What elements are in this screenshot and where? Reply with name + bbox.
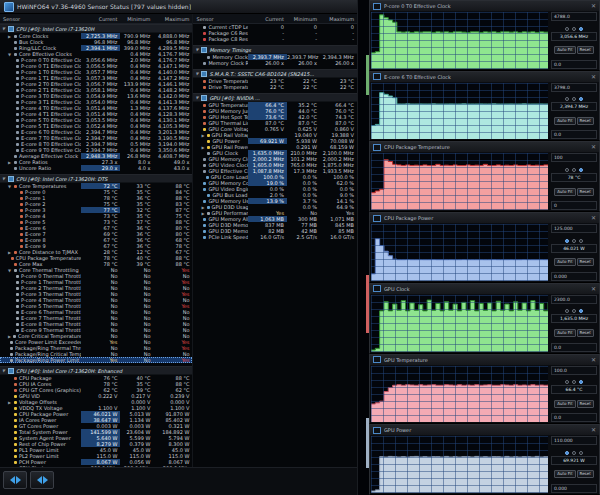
expander-icon[interactable]: ▼: [8, 52, 12, 57]
close-icon[interactable]: ✕: [591, 427, 596, 433]
scale-radio[interactable]: [579, 239, 583, 243]
group-header-row[interactable]: ▼GPU [#0]: NVIDIA ...: [193, 93, 357, 102]
power-icon: [14, 401, 17, 404]
graph-title-bar[interactable]: GPU Clock✕: [370, 284, 599, 294]
collapse-arrow-icon[interactable]: ▼: [195, 71, 199, 76]
scale-radio[interactable]: [572, 97, 576, 101]
reset-button[interactable]: Reset: [577, 400, 594, 408]
group-header-row[interactable]: ▼CPU [#0]: Intel Core i7-13620H: DTS: [0, 174, 192, 183]
close-icon[interactable]: ✕: [591, 286, 596, 292]
expander-icon[interactable]: ▼: [8, 184, 12, 189]
auto-fit-button[interactable]: Auto Fit: [554, 188, 575, 196]
column-header-maximum[interactable]: Maximum: [153, 16, 192, 22]
scale-radio[interactable]: [579, 27, 583, 31]
reset-button[interactable]: Reset: [577, 46, 594, 54]
sensor-row[interactable]: Package C8 Residency---: [193, 36, 357, 42]
auto-fit-button[interactable]: Auto Fit: [554, 258, 575, 266]
scale-radio[interactable]: [565, 309, 569, 313]
column-header-current[interactable]: Current: [81, 16, 120, 22]
graph-title-bar[interactable]: GPU Power✕: [370, 425, 599, 435]
expander-icon[interactable]: ▶: [8, 34, 12, 39]
scale-radio[interactable]: [565, 168, 569, 172]
close-icon[interactable]: ✕: [591, 357, 596, 363]
graph-monitor-icon: [373, 285, 381, 292]
collapse-arrow-icon[interactable]: ▼: [2, 176, 6, 181]
group-label: GPU [#0]: NVIDIA ...: [209, 95, 259, 101]
scale-radio[interactable]: [572, 239, 576, 243]
graph-title-bar[interactable]: E-core 6 T0 Effective Clock✕: [370, 72, 599, 82]
expander-icon[interactable]: ▶: [8, 400, 12, 405]
column-header-minimum[interactable]: Minimum: [287, 16, 320, 22]
scale-radio[interactable]: [579, 309, 583, 313]
sensor-row[interactable]: Uncore Ratio29.0 x4.0 x43.0 x: [0, 165, 192, 171]
graph-title-bar[interactable]: P-core 0 T0 Effective Clock✕: [370, 1, 599, 11]
sensor-row[interactable]: Drive Temperature 222 °C22 °C22 °C: [193, 84, 357, 90]
scale-radio[interactable]: [565, 27, 569, 31]
group-header-row[interactable]: ▼S.M.A.R.T.: SSSTC CA6-8D1024 (SN2415...: [193, 69, 357, 78]
scale-radio[interactable]: [579, 97, 583, 101]
flag-icon: [16, 275, 19, 278]
reset-button[interactable]: Reset: [577, 329, 594, 337]
collapse-arrow-icon[interactable]: ▼: [195, 95, 199, 100]
scale-radio[interactable]: [572, 380, 576, 384]
reset-button[interactable]: Reset: [577, 258, 594, 266]
window-title: HWiNFO64 v7.36-4960 Sensor Status [797 v…: [17, 3, 191, 10]
column-header-current[interactable]: Current: [248, 16, 287, 22]
gpu-icon: [203, 200, 206, 203]
sensor-row[interactable]: Memory Clock Ratio26.00 x26.00 x26.00 x: [193, 60, 357, 66]
expander-icon[interactable]: ▶: [201, 211, 204, 216]
scale-radio[interactable]: [565, 97, 569, 101]
expander-icon[interactable]: ▶: [201, 145, 204, 150]
temp-icon: [203, 122, 206, 125]
temp-icon: [14, 377, 17, 380]
toolbar-arrows-button-2[interactable]: [30, 471, 54, 489]
expander-icon[interactable]: ▶: [8, 160, 12, 165]
group-header-row[interactable]: ▼CPU [#0]: Intel Core i7-13620H: [0, 24, 192, 33]
group-header-row[interactable]: ▼Memory Timings: [193, 45, 357, 54]
sensor-row[interactable]: PCIe Link Speed16.0 GT/s2.5 GT/s16.0 GT/…: [193, 234, 357, 240]
expander-icon[interactable]: ▼: [8, 268, 12, 273]
group-header-row[interactable]: ▼CPU [#0]: Intel Core i7-13620H: Enhance…: [0, 366, 192, 375]
scale-radio[interactable]: [565, 239, 569, 243]
reset-button[interactable]: Reset: [577, 188, 594, 196]
scale-radio[interactable]: [579, 451, 583, 455]
column-header-sensor[interactable]: Sensor: [0, 16, 81, 22]
graph-title-bar[interactable]: CPU Package Temperature✕: [370, 142, 599, 152]
expander-icon[interactable]: ▶: [201, 205, 204, 210]
collapse-arrow-icon[interactable]: ▼: [2, 368, 6, 373]
scale-radio[interactable]: [565, 380, 569, 384]
auto-fit-button[interactable]: Auto Fit: [554, 400, 575, 408]
scale-radio[interactable]: [579, 380, 583, 384]
expander-icon[interactable]: ▶: [8, 250, 12, 255]
auto-fit-button[interactable]: Auto Fit: [554, 46, 575, 54]
close-icon[interactable]: ✕: [591, 3, 596, 9]
expander-icon[interactable]: ▶: [8, 334, 11, 339]
reset-button[interactable]: Reset: [577, 470, 594, 478]
sensor-row[interactable]: Package/Ring Power Limit ExceededYesNoYe…: [0, 357, 192, 363]
expander-icon[interactable]: ▶: [201, 133, 204, 138]
scale-radio[interactable]: [579, 168, 583, 172]
flag-icon: [10, 347, 13, 350]
scale-radio[interactable]: [572, 309, 576, 313]
collapse-arrow-icon[interactable]: ▼: [195, 47, 199, 52]
value-cell: 43.0 x: [153, 165, 192, 171]
scale-radio[interactable]: [572, 168, 576, 172]
toolbar-arrows-button-1[interactable]: [3, 471, 27, 489]
column-header-minimum[interactable]: Minimum: [120, 16, 153, 22]
auto-fit-button[interactable]: Auto Fit: [554, 117, 575, 125]
close-icon[interactable]: ✕: [591, 74, 596, 80]
graph-title-bar[interactable]: CPU Package Power✕: [370, 213, 599, 223]
auto-fit-button[interactable]: Auto Fit: [554, 470, 575, 478]
scale-radio[interactable]: [565, 451, 569, 455]
column-header-maximum[interactable]: Maximum: [320, 16, 357, 22]
title-bar[interactable]: HWiNFO64 v7.36-4960 Sensor Status [797 v…: [0, 0, 357, 14]
auto-fit-button[interactable]: Auto Fit: [554, 329, 575, 337]
close-icon[interactable]: ✕: [591, 144, 596, 150]
graph-title-bar[interactable]: GPU Temperature✕: [370, 355, 599, 365]
reset-button[interactable]: Reset: [577, 117, 594, 125]
close-icon[interactable]: ✕: [591, 215, 596, 221]
column-header-sensor[interactable]: Sensor: [193, 16, 248, 22]
collapse-arrow-icon[interactable]: ▼: [2, 26, 6, 31]
scale-radio[interactable]: [572, 451, 576, 455]
scale-radio[interactable]: [572, 27, 576, 31]
